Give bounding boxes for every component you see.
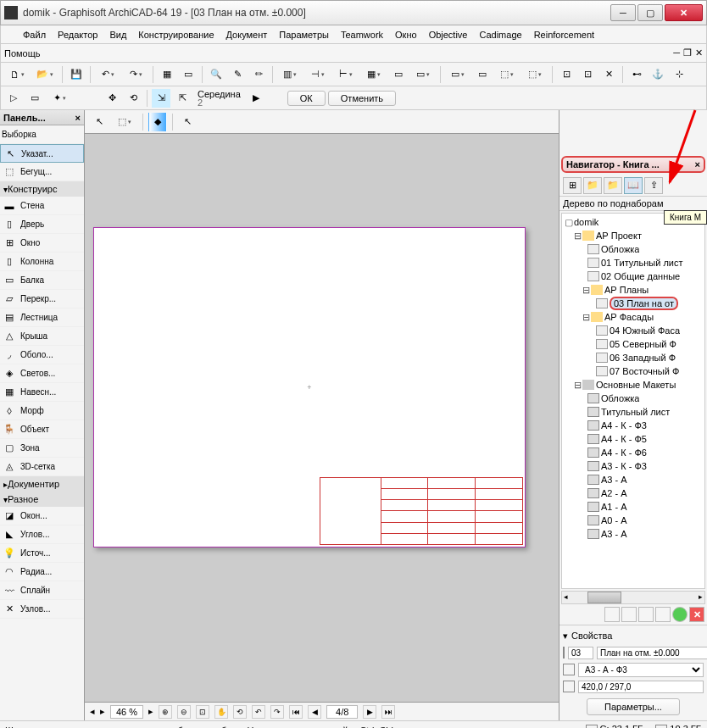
tree-project[interactable]: АР Проект	[596, 231, 642, 241]
tool-roof[interactable]: △Крыша	[0, 327, 84, 346]
tool-wall[interactable]: ▬Стена	[0, 197, 84, 215]
pan-icon[interactable]: ✋	[214, 705, 228, 719]
tree-item[interactable]: А3 - А	[601, 475, 627, 485]
tree-item[interactable]: Обложка	[601, 393, 639, 403]
layout-name-field[interactable]	[597, 647, 707, 659]
navigator-mode-dropdown[interactable]: Дерево по поднаборам	[559, 197, 707, 211]
menu-document[interactable]: Документ	[221, 28, 273, 42]
layout-id-field[interactable]	[568, 647, 593, 659]
tree-item[interactable]: 01 Титульный лист	[601, 258, 683, 268]
group-construction[interactable]: Конструирс	[0, 181, 84, 197]
menu-options[interactable]: Параметры	[274, 28, 334, 42]
nav-add-button[interactable]	[672, 607, 688, 622]
nav-tab-view[interactable]: 📁	[583, 177, 602, 194]
tool-corner[interactable]: ◣Углов...	[0, 525, 84, 544]
zoom-fit-icon[interactable]: ⊡	[196, 705, 209, 719]
first-page-icon[interactable]: ⏮	[289, 705, 303, 719]
menu-design[interactable]: Конструирование	[133, 28, 219, 42]
menu-teamwork[interactable]: Teamwork	[336, 28, 388, 42]
tree-scrollbar[interactable]	[561, 591, 705, 604]
menu-window[interactable]: Окно	[390, 28, 422, 42]
tree-item[interactable]: А3 - А	[601, 529, 627, 539]
nav-new-subset-button[interactable]	[638, 607, 654, 622]
page-indicator[interactable]: 4/8	[326, 705, 358, 719]
tool-mesh[interactable]: ◬3D-сетка	[0, 458, 84, 476]
cursor-mode-button[interactable]: ▷	[4, 89, 23, 108]
wand-button[interactable]: ✦	[47, 89, 72, 108]
tool-x-button[interactable]: ⊹	[670, 65, 688, 84]
nav-tab-project[interactable]: ⊞	[563, 177, 582, 194]
nav-tab-book[interactable]: 📖	[624, 177, 643, 194]
tree-item[interactable]: Обложка	[601, 244, 639, 254]
tool-hotspot[interactable]: ✕Узлов...	[0, 600, 84, 619]
tool-stair[interactable]: ▤Лестница	[0, 308, 84, 327]
menu-objective[interactable]: Objective	[424, 28, 473, 42]
nav-new-layout-button[interactable]	[604, 607, 620, 622]
orbit-icon[interactable]: ⟲	[233, 705, 247, 719]
tool-lamp[interactable]: 💡Источ...	[0, 544, 84, 563]
tree-item[interactable]: 04 Южный Фаса	[610, 325, 680, 336]
zoom-out-icon[interactable]: ⊖	[177, 705, 191, 719]
section-button[interactable]: ⬚	[494, 65, 520, 84]
open-button[interactable]: 📂	[32, 65, 58, 84]
menu-help[interactable]: Помощь	[4, 48, 41, 58]
tree-master[interactable]: Основные Макеты	[596, 380, 676, 390]
tree-item[interactable]: 06 Западный Ф	[610, 353, 676, 363]
zoom-in-icon[interactable]: ⊕	[159, 705, 172, 719]
fill-tool[interactable]: ◆	[148, 113, 167, 131]
undo-button[interactable]: ↶	[95, 65, 120, 84]
last-page-icon[interactable]: ⏭	[381, 705, 395, 719]
save-button[interactable]: 💾	[67, 65, 86, 84]
group-button[interactable]: ⊡	[557, 65, 576, 84]
measure-button[interactable]: ▭	[410, 65, 436, 84]
tree-item[interactable]: 02 Общие данные	[601, 271, 680, 281]
tree-item[interactable]: Титульный лист	[601, 407, 670, 417]
tool-skylight[interactable]: ◈Светов...	[0, 364, 84, 383]
inject-button[interactable]: ✏	[249, 65, 268, 84]
tool-shell[interactable]: ◞Оболо...	[0, 346, 84, 364]
zoom-level[interactable]: 46 %	[110, 705, 143, 719]
prev-view-icon[interactable]: ↶	[252, 705, 265, 719]
find-button[interactable]: 🔍	[207, 65, 225, 84]
nav-new-master-button[interactable]	[621, 607, 637, 622]
mdi-close-icon[interactable]: ✕	[695, 47, 703, 58]
tree-item[interactable]: А4 - К - Ф6	[601, 447, 647, 458]
tool-slab[interactable]: ▱Перекр...	[0, 290, 84, 308]
nav-close-icon[interactable]: ×	[695, 159, 700, 169]
anchor-button[interactable]: ⚓	[649, 65, 667, 84]
print-button[interactable]: ▭	[179, 65, 198, 84]
tool-curtainwall[interactable]: ▦Навесн...	[0, 383, 84, 402]
tree-item[interactable]: 05 Северный Ф	[610, 339, 676, 349]
cancel-button[interactable]: Отменить	[328, 91, 396, 106]
menu-reinforcement[interactable]: Reinforcement	[529, 28, 600, 42]
tool-window[interactable]: ⊞Окно	[0, 234, 84, 253]
next-view-icon[interactable]: ↷	[270, 705, 284, 719]
drawing-canvas[interactable]: +	[85, 134, 559, 702]
tree-item[interactable]: А0 - А	[601, 515, 627, 525]
tree-root[interactable]: domik	[574, 217, 598, 227]
tool-marquee[interactable]: ⬚ Бегущ...	[0, 163, 84, 181]
tool-column[interactable]: ▯Колонна	[0, 253, 84, 271]
align-button[interactable]: ⇲	[152, 89, 170, 108]
nav-delete-button[interactable]: ✕	[689, 607, 704, 622]
marquee-tool[interactable]: ⬚	[112, 113, 137, 131]
grid-button[interactable]: ▦	[361, 65, 387, 84]
tool-corner-window[interactable]: ◪Окон...	[0, 507, 84, 525]
maximize-button[interactable]: ▢	[637, 4, 663, 21]
view3d-button[interactable]: ▭	[445, 65, 470, 84]
tool-morph[interactable]: ◊Морф	[0, 402, 84, 420]
master-select[interactable]: А3 - А - Ф3	[578, 663, 704, 677]
play-button[interactable]: ▶	[247, 89, 265, 108]
menu-file[interactable]: Файл	[18, 28, 51, 42]
group-document[interactable]: Документир	[0, 476, 84, 492]
new-button[interactable]: 🗋	[4, 65, 30, 84]
toolbox-close-icon[interactable]: ×	[75, 113, 81, 123]
navigator-tree[interactable]: ▢domik ⊟АР Проект Обложка 01 Титульный л…	[561, 213, 705, 589]
tree-item[interactable]: А3 - К - Ф3	[601, 461, 647, 471]
tree-item[interactable]: А1 - А	[601, 502, 627, 512]
layout-page[interactable]: +	[93, 227, 526, 547]
tool-beam[interactable]: ▭Балка	[0, 271, 84, 290]
next-page-icon[interactable]: ▶	[363, 705, 376, 719]
move-button[interactable]: ✥	[103, 89, 121, 108]
close-button[interactable]: ✕	[665, 4, 703, 21]
